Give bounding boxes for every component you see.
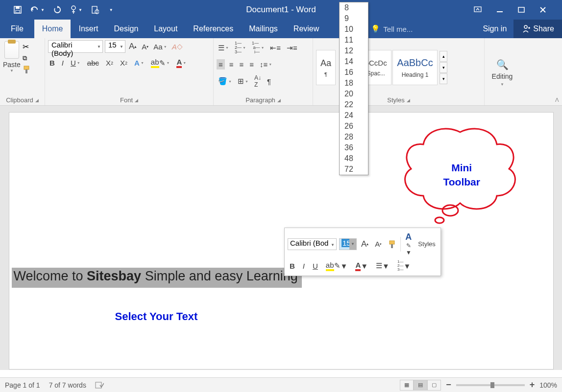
touch-mode-button[interactable]: ▼ <box>70 5 82 14</box>
close-button[interactable] <box>539 6 546 13</box>
size-option[interactable]: 48 <box>340 153 368 164</box>
print-layout-button[interactable]: ▤ <box>414 380 427 391</box>
change-case-button[interactable]: Aa▼ <box>152 42 168 52</box>
subscript-button[interactable]: X2 <box>104 58 115 68</box>
word-count[interactable]: 7 of 7 words <box>49 381 86 389</box>
web-layout-button[interactable]: ▢ <box>427 380 441 391</box>
increase-indent-button[interactable]: ⇥≡ <box>285 43 299 53</box>
sort-button[interactable]: A↓Z <box>253 73 263 89</box>
numbering-button[interactable]: 1—2—3—▼ <box>233 40 247 55</box>
justify-button[interactable]: ≡ <box>248 59 255 69</box>
align-center-button[interactable]: ≡ <box>228 59 235 69</box>
document-page[interactable]: Welcome to Sitesbay Simple and easy Lear… <box>9 113 553 369</box>
ribbon-display-button[interactable] <box>474 6 482 13</box>
save-button[interactable] <box>14 6 22 14</box>
read-mode-button[interactable]: ▦ <box>400 380 414 391</box>
grow-font-button[interactable]: A▴ <box>127 41 138 52</box>
zoom-out-button[interactable]: − <box>446 380 451 390</box>
size-option[interactable]: 20 <box>340 89 368 99</box>
size-option[interactable]: 28 <box>340 132 368 142</box>
clear-formatting-button[interactable]: A◇ <box>171 41 184 52</box>
redo-button[interactable] <box>53 6 61 14</box>
borders-button[interactable]: ⊞▼ <box>236 76 250 87</box>
zoom-slider[interactable] <box>456 384 525 386</box>
size-option[interactable]: 11 <box>340 35 368 46</box>
spell-check-icon[interactable] <box>95 381 104 389</box>
share-button[interactable]: Share <box>513 20 562 38</box>
editing-button[interactable]: 🔍 Editing ▼ <box>488 40 517 105</box>
undo-button[interactable]: ▼ <box>30 6 45 13</box>
sign-in-button[interactable]: Sign in <box>476 24 513 33</box>
size-option[interactable]: 12 <box>340 46 368 56</box>
decrease-indent-button[interactable]: ⇤≡ <box>269 43 282 53</box>
align-right-button[interactable]: ≡ <box>238 59 245 69</box>
mini-numbering[interactable]: 1—2—3—▼ <box>395 259 413 273</box>
text-effects-button[interactable]: A▼ <box>133 58 146 68</box>
shrink-font-button[interactable]: A▾ <box>140 42 150 52</box>
size-option[interactable]: 22 <box>340 99 368 110</box>
mini-bullets[interactable]: ☰▼ <box>374 260 391 271</box>
highlight-button[interactable]: ab✎▼ <box>149 57 171 69</box>
cut-button[interactable]: ✂ <box>23 42 30 51</box>
minimize-button[interactable] <box>496 6 503 13</box>
size-option[interactable]: 16 <box>340 67 368 78</box>
mini-size-combo[interactable]: 15▼ <box>339 238 357 250</box>
font-name-combo[interactable]: Calibri (Body)▼ <box>48 40 103 53</box>
menu-file[interactable]: File <box>0 20 34 38</box>
size-option[interactable]: 36 <box>340 142 368 153</box>
styles-scroll[interactable]: ▴▾▾ <box>440 51 447 84</box>
mini-format-painter[interactable] <box>386 239 398 250</box>
copy-button[interactable]: ⧉ <box>23 54 30 62</box>
size-option[interactable]: 18 <box>340 78 368 89</box>
mini-styles-button[interactable]: A✎▼ <box>403 231 414 257</box>
menu-mailings[interactable]: Mailings <box>241 20 286 38</box>
mini-font-combo[interactable]: Calibri (Bod▼ <box>288 238 337 250</box>
print-preview-button[interactable] <box>91 5 99 14</box>
size-option[interactable]: 26 <box>340 121 368 132</box>
size-option[interactable]: 8 <box>340 2 368 13</box>
menu-layout[interactable]: Layout <box>146 20 185 38</box>
paste-button[interactable]: Paste ▼ <box>3 40 21 95</box>
style-normal[interactable]: Aa ¶ <box>316 50 336 85</box>
format-painter-button[interactable] <box>23 65 30 74</box>
menu-design[interactable]: Design <box>106 20 146 38</box>
mini-font-color[interactable]: A▼ <box>353 260 370 272</box>
mini-styles-label[interactable]: Styles <box>416 239 437 249</box>
styles-launcher[interactable]: ◢ <box>407 98 410 103</box>
size-option[interactable]: 10 <box>340 24 368 35</box>
paragraph-launcher[interactable]: ◢ <box>277 98 281 103</box>
size-option[interactable]: 14 <box>340 56 368 67</box>
underline-button[interactable]: U▼ <box>69 58 82 68</box>
bullets-button[interactable]: ☰▼ <box>217 43 230 53</box>
font-size-dropdown[interactable]: 8 9 10 11 12 14 16 18 20 22 24 26 28 36 … <box>339 2 368 175</box>
menu-insert[interactable]: Insert <box>71 20 106 38</box>
menu-home[interactable]: Home <box>34 20 71 38</box>
selected-text[interactable]: Welcome to Sitesbay Simple and easy Lear… <box>12 268 302 288</box>
clipboard-launcher[interactable]: ◢ <box>35 98 39 103</box>
menu-review[interactable]: Review <box>286 20 327 38</box>
bold-button[interactable]: B <box>48 58 56 68</box>
mini-underline[interactable]: U <box>311 261 320 271</box>
mini-italic[interactable]: I <box>301 261 307 271</box>
shading-button[interactable]: 🪣▼ <box>217 76 233 87</box>
font-launcher[interactable]: ◢ <box>135 98 138 103</box>
page-indicator[interactable]: Page 1 of 1 <box>5 381 40 389</box>
collapse-ribbon-button[interactable]: ᐱ <box>555 97 559 103</box>
italic-button[interactable]: I <box>60 58 65 68</box>
mini-grow-font[interactable]: A▴ <box>359 238 370 250</box>
mini-bold[interactable]: B <box>288 261 297 271</box>
qat-customize-button[interactable]: ▼ <box>108 8 113 12</box>
superscript-button[interactable]: X2 <box>119 58 129 68</box>
mini-shrink-font[interactable]: A▾ <box>373 239 384 249</box>
size-option[interactable]: 9 <box>340 13 368 24</box>
zoom-in-button[interactable]: + <box>530 380 535 390</box>
show-marks-button[interactable]: ¶ <box>266 76 272 87</box>
size-option[interactable]: 72 <box>340 164 368 175</box>
size-option[interactable]: 24 <box>340 110 368 121</box>
multilevel-button[interactable]: 1— a— i—▼ <box>250 40 266 55</box>
mini-highlight[interactable]: ab✎▼ <box>324 260 350 272</box>
align-left-button[interactable]: ≡ <box>217 59 225 69</box>
zoom-level[interactable]: 100% <box>539 381 557 389</box>
menu-references[interactable]: References <box>185 20 241 38</box>
style-heading-1[interactable]: AaBbCc Heading 1 <box>392 50 438 85</box>
